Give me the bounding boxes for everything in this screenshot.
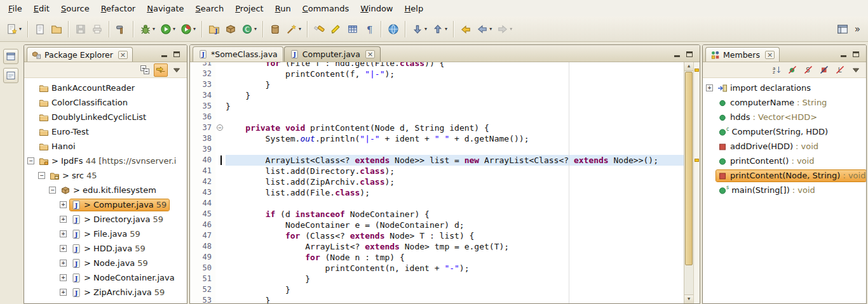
line-number[interactable]: 49 (190, 252, 215, 263)
new-java-project-button[interactable]: J (207, 20, 222, 38)
code-text[interactable]: for (File f : hdd.get(File.class)) { (226, 62, 684, 69)
minimize-button[interactable] (160, 50, 168, 57)
code-text[interactable]: ArrayList<? extends Node> tmp = e.get(T)… (226, 241, 684, 252)
menu-file[interactable]: File (3, 1, 28, 16)
code-text[interactable]: if (d instanceof NodeContainer) { (226, 209, 684, 220)
code-text[interactable]: System.out.println("|-" + ident + " " + … (226, 133, 684, 144)
expand-icon[interactable]: + (706, 84, 713, 91)
code-line-34[interactable]: 34 } (190, 90, 684, 101)
run-button[interactable]: ▾ (158, 20, 177, 38)
expand-icon[interactable]: + (60, 260, 67, 267)
new-package-button[interactable] (223, 20, 238, 38)
maximize-button[interactable] (686, 50, 693, 57)
line-number[interactable]: 36 (190, 112, 215, 122)
scroll-up-icon[interactable]: ▲ (684, 62, 693, 71)
member-main-string[interactable]: smain(String[]): void (703, 183, 866, 197)
code-line-40[interactable]: 40 ArrayList<Class<? extends Node>> list… (190, 155, 684, 166)
view-menu-button[interactable] (170, 63, 184, 77)
collapse-all-button[interactable] (138, 63, 152, 77)
code-line-49[interactable]: 49 for (Node n : tmp) { (190, 252, 684, 263)
line-number[interactable]: 52 (190, 284, 215, 295)
menu-project[interactable]: Project (229, 1, 269, 16)
dropdown-arrow-icon[interactable]: ▾ (153, 26, 155, 32)
dropdown-arrow-icon[interactable]: ▾ (424, 26, 427, 32)
debug-button[interactable]: ▾ (138, 20, 157, 38)
menu-search[interactable]: Search (190, 1, 230, 16)
code-text[interactable]: printContent(n, ident + "-"); (226, 263, 684, 274)
save-button[interactable] (73, 20, 88, 38)
member-hdds[interactable]: hdds: Vector<HDD> (703, 110, 866, 124)
code-line-48[interactable]: 48 ArrayList<? extends Node> tmp = e.get… (190, 241, 684, 252)
line-number[interactable]: 32 (190, 69, 215, 79)
menu-navigate[interactable]: Navigate (141, 1, 189, 16)
code-text[interactable] (226, 198, 684, 209)
code-line-45[interactable]: 45 if (d instanceof NodeContainer) { (190, 209, 684, 220)
code-line-46[interactable]: 46 NodeContainer e = (NodeContainer) d; (190, 220, 684, 230)
hide-static-button[interactable]: S (801, 63, 815, 77)
code-area[interactable]: 31 for (File f : hdd.get(File.class)) {3… (190, 62, 684, 303)
code-text[interactable]: for (Node n : tmp) { (226, 252, 684, 263)
code-line-44[interactable]: 44 (190, 198, 684, 209)
new-wizard-button[interactable]: ▾ (4, 20, 24, 38)
back-button[interactable]: ▾ (475, 20, 494, 38)
tree-item-src[interactable]: −> src45 (24, 168, 187, 183)
build-button[interactable] (114, 20, 129, 38)
expand-icon[interactable]: + (60, 216, 67, 223)
search-button[interactable] (312, 20, 327, 38)
code-text[interactable]: for (Class<? extends Node> T : list) { (226, 230, 684, 241)
overview-ruler[interactable] (693, 62, 700, 303)
code-line-37[interactable]: 37− private void printContent(Node d, St… (190, 122, 684, 133)
code-line-42[interactable]: 42 list.add(ZipArchiv.class); (190, 176, 684, 187)
print-button[interactable] (90, 20, 105, 38)
tree-item-ziparchiv-java[interactable]: +J> ZipArchiv.java59 (24, 285, 187, 300)
maximize-button[interactable] (173, 50, 180, 57)
code-line-31[interactable]: 31 for (File f : hdd.get(File.class)) { (190, 62, 684, 69)
line-number[interactable]: 39 (190, 144, 215, 155)
menu-help[interactable]: Help (399, 1, 430, 16)
line-number[interactable]: 53 (190, 295, 215, 303)
code-line-41[interactable]: 41 list.add(Directory.class); (190, 166, 684, 176)
tree-item-node-java[interactable]: +J> Node.java59 (24, 256, 187, 270)
code-line-50[interactable]: 50 printContent(n, ident + "-"); (190, 263, 684, 274)
dropdown-arrow-icon[interactable]: ▾ (510, 26, 512, 32)
line-number[interactable]: 38 (190, 133, 215, 144)
fold-collapse-icon[interactable]: − (217, 124, 223, 131)
restore-view-button-1[interactable] (3, 49, 18, 64)
line-number[interactable]: 35 (190, 101, 215, 112)
dropdown-arrow-icon[interactable]: ▾ (489, 26, 492, 32)
code-text[interactable]: ArrayList<Class<? extends Node>> list = … (226, 155, 684, 166)
tree-item-doublylinkedcycliclist[interactable]: DoublyLinkedCyclicList (24, 110, 187, 124)
code-line-39[interactable]: 39 (190, 144, 684, 155)
collapse-icon[interactable]: − (38, 172, 45, 179)
open-browser-button[interactable] (386, 20, 401, 38)
expand-icon[interactable]: + (60, 274, 67, 281)
code-line-52[interactable]: 52 } (190, 284, 684, 295)
code-line-33[interactable]: 33 } (190, 79, 684, 90)
new-folder-button[interactable] (49, 20, 64, 38)
tree-item-bankaccountreader[interactable]: BankAccountReader (24, 81, 187, 95)
next-annotation-button[interactable]: ▾ (410, 20, 429, 38)
link-with-editor-button[interactable] (154, 63, 168, 77)
member-computer-string-hdd[interactable]: cComputer(String, HDD) (703, 124, 866, 139)
code-text[interactable]: list.add(File.class); (226, 187, 684, 198)
dropdown-arrow-icon[interactable]: ▾ (19, 26, 22, 32)
maximize-button[interactable] (852, 50, 860, 57)
scrollbar-thumb[interactable] (685, 72, 693, 265)
tree-item-colorclassification[interactable]: ColorClassification (24, 95, 187, 110)
tree-item-computer-java[interactable]: +J> Computer.java59 (24, 197, 187, 212)
line-number[interactable]: 31 (190, 62, 215, 69)
menu-source[interactable]: Source (55, 1, 95, 16)
code-text[interactable]: } (226, 101, 684, 112)
expand-icon[interactable]: + (60, 245, 67, 252)
tab-computer-java[interactable]: JComputer.java× (284, 46, 381, 62)
menu-window[interactable]: Window (355, 1, 398, 16)
expand-icon[interactable]: + (60, 289, 67, 296)
collapse-icon[interactable]: − (27, 157, 34, 164)
menu-refactor[interactable]: Refactor (95, 1, 142, 16)
show-table-button[interactable] (345, 20, 360, 38)
tree-item-directory-java[interactable]: +J> Directory.java59 (24, 212, 187, 227)
line-number[interactable]: 50 (190, 263, 215, 274)
member-import-declarations[interactable]: +import declarations (703, 81, 866, 95)
line-number[interactable]: 45 (190, 209, 215, 220)
tab-someclass-java[interactable]: J*SomeClass.java (193, 46, 283, 62)
